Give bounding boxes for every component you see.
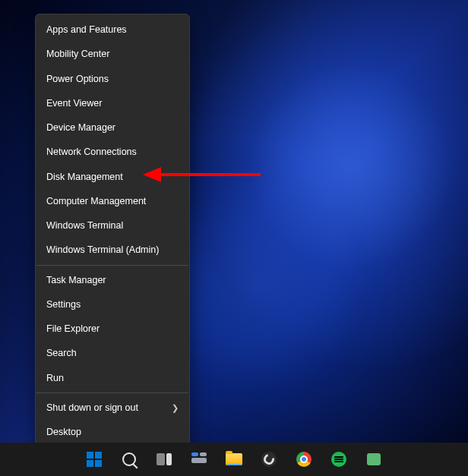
task-view-icon — [157, 453, 172, 465]
menu-item-settings[interactable]: Settings — [36, 292, 189, 317]
menu-item-label: Windows Terminal — [46, 219, 123, 232]
menu-item-event-viewer[interactable]: Event Viewer — [36, 91, 189, 115]
menu-item-search[interactable]: Search — [36, 341, 189, 365]
menu-item-run[interactable]: Run — [36, 366, 189, 390]
search-icon — [122, 452, 136, 466]
chrome-button[interactable] — [289, 444, 319, 474]
obs-button[interactable] — [254, 444, 284, 474]
menu-item-label: Event Viewer — [46, 97, 102, 109]
menu-item-power-options[interactable]: Power Options — [36, 67, 189, 91]
winx-context-menu: Apps and Features Mobility Center Power … — [35, 14, 190, 448]
menu-item-label: Run — [46, 372, 64, 384]
menu-separator — [36, 392, 188, 393]
menu-item-label: File Explorer — [46, 323, 100, 335]
menu-item-apps-features[interactable]: Apps and Features — [36, 17, 189, 42]
chat-button[interactable] — [359, 444, 389, 474]
menu-item-device-manager[interactable]: Device Manager — [36, 115, 189, 140]
menu-item-label: Desktop — [46, 426, 81, 438]
menu-item-label: Computer Management — [46, 195, 146, 207]
chrome-icon — [296, 452, 311, 467]
menu-item-computer-management[interactable]: Computer Management — [36, 189, 189, 213]
taskbar-search-button[interactable] — [114, 444, 144, 474]
taskbar — [0, 443, 468, 476]
menu-item-label: Search — [46, 347, 77, 359]
widgets-icon — [191, 452, 207, 466]
menu-item-label: Settings — [46, 298, 81, 311]
menu-separator — [36, 265, 188, 266]
menu-item-label: Disk Management — [46, 171, 123, 183]
menu-item-file-explorer[interactable]: File Explorer — [36, 317, 189, 341]
spotify-button[interactable] — [324, 444, 354, 474]
menu-item-label: Apps and Features — [46, 24, 127, 36]
chevron-right-icon: ❯ — [172, 402, 179, 413]
menu-item-windows-terminal[interactable]: Windows Terminal — [36, 213, 189, 238]
menu-item-label: Device Manager — [46, 121, 115, 134]
menu-item-mobility-center[interactable]: Mobility Center — [36, 42, 189, 66]
task-view-button[interactable] — [149, 444, 179, 474]
chat-icon — [367, 453, 381, 465]
menu-item-shutdown-signout[interactable]: Shut down or sign out ❯ — [36, 396, 189, 420]
menu-item-label: Task Manager — [46, 274, 106, 286]
menu-item-label: Shut down or sign out — [46, 402, 138, 414]
widgets-button[interactable] — [184, 444, 214, 474]
start-button[interactable] — [79, 444, 109, 474]
menu-item-network-connections[interactable]: Network Connections — [36, 140, 189, 164]
spotify-icon — [331, 452, 346, 467]
menu-item-label: Network Connections — [46, 146, 137, 158]
menu-item-windows-terminal-admin[interactable]: Windows Terminal (Admin) — [36, 238, 189, 262]
menu-item-desktop[interactable]: Desktop — [36, 420, 189, 444]
file-explorer-button[interactable] — [219, 444, 249, 474]
windows-logo-icon — [87, 452, 102, 467]
menu-item-label: Windows Terminal (Admin) — [46, 244, 159, 256]
file-explorer-icon — [226, 453, 242, 465]
menu-item-label: Power Options — [46, 73, 109, 85]
menu-item-label: Mobility Center — [46, 48, 109, 60]
menu-item-task-manager[interactable]: Task Manager — [36, 268, 189, 292]
menu-item-disk-management[interactable]: Disk Management — [36, 165, 189, 189]
obs-icon — [261, 452, 277, 467]
